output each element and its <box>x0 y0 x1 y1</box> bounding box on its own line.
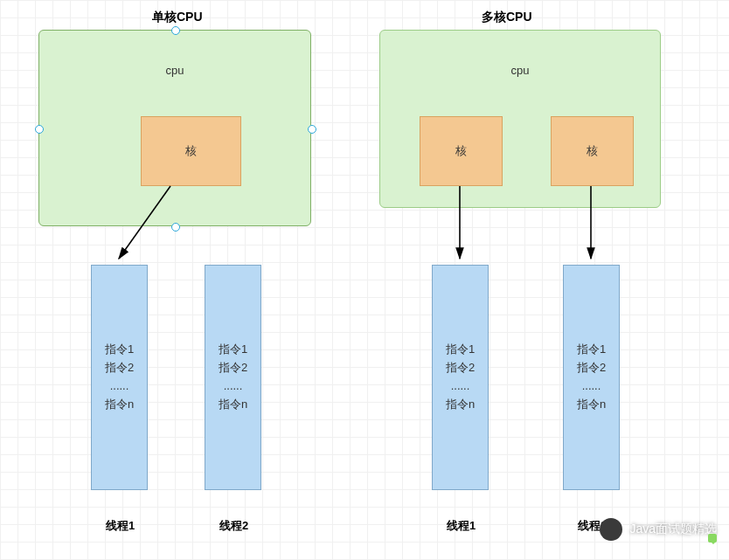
watermark: Java面试题精选 <box>600 518 717 541</box>
wechat-icon <box>708 534 717 543</box>
instr-line: 指令2 <box>446 359 475 377</box>
svg-line-0 <box>119 186 170 259</box>
instr-line: ...... <box>451 377 470 396</box>
wechat-avatar-icon <box>600 518 622 541</box>
instr-line: 指令n <box>577 396 606 414</box>
watermark-text: Java面试题精选 <box>629 522 717 537</box>
thread-box-1[interactable]: 指令1 指令2 ...... 指令n <box>91 265 148 490</box>
instr-line: 指令1 <box>446 341 475 359</box>
thread-box-3[interactable]: 指令1 指令2 ...... 指令n <box>432 265 489 490</box>
instr-line: 指令2 <box>105 359 134 377</box>
instr-line: 指令1 <box>219 341 247 359</box>
thread-label-1: 线程1 <box>106 518 135 534</box>
thread-box-4[interactable]: 指令1 指令2 ...... 指令n <box>563 265 620 490</box>
instr-line: 指令2 <box>219 359 247 377</box>
instr-line: 指令2 <box>577 359 606 377</box>
instr-line: ...... <box>110 377 129 396</box>
instr-line: 指令1 <box>105 341 134 359</box>
instr-line: 指令1 <box>577 341 606 359</box>
instr-line: 指令n <box>219 396 247 414</box>
thread-label-3: 线程1 <box>447 518 476 534</box>
instr-line: ...... <box>582 377 601 396</box>
instr-line: 指令n <box>105 396 134 414</box>
instr-line: ...... <box>224 377 243 396</box>
thread-box-2[interactable]: 指令1 指令2 ...... 指令n <box>205 265 261 490</box>
thread-label-2: 线程2 <box>219 518 248 534</box>
instr-line: 指令n <box>446 396 475 414</box>
